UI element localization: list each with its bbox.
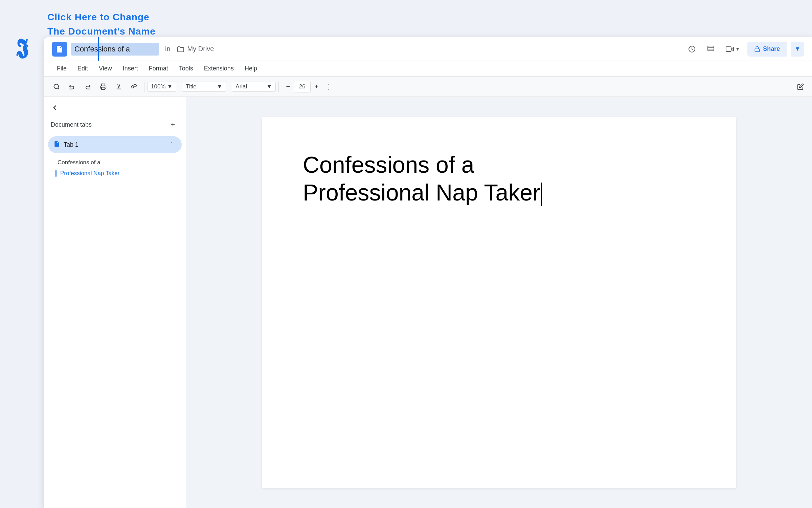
in-label: in [165, 45, 171, 53]
undo-btn[interactable] [65, 80, 79, 94]
paint-format-btn[interactable] [127, 80, 141, 94]
doc-title[interactable]: Confessions of a Professional Nap Taker [303, 151, 695, 206]
font-select[interactable]: Arial ▼ [232, 82, 276, 92]
my-drive-folder[interactable]: My Drive [177, 45, 214, 53]
tab-item-1[interactable]: Tab 1 ⋮ [48, 136, 182, 153]
font-size-increase[interactable]: + [311, 82, 321, 92]
outline-section: Confessions of a Professional Nap Taker [44, 153, 186, 183]
font-arrow: ▼ [266, 83, 272, 90]
redo-btn[interactable] [81, 80, 95, 94]
text-cursor [541, 183, 542, 206]
tab-more-btn[interactable]: ⋮ [166, 140, 176, 150]
svg-rect-11 [102, 87, 105, 89]
doc-title-line2: Professional Nap Taker [303, 179, 695, 207]
print-btn[interactable] [96, 80, 110, 94]
annotation-arrow [98, 37, 99, 61]
my-drive-label: My Drive [187, 45, 214, 53]
menu-insert[interactable]: Insert [118, 63, 143, 74]
menu-extensions[interactable]: Extensions [199, 63, 239, 74]
menu-help[interactable]: Help [240, 63, 262, 74]
share-button[interactable]: Share [747, 42, 787, 57]
menu-file[interactable]: File [52, 63, 71, 74]
toolbar-divider-4 [278, 82, 279, 92]
app-container: in My Drive [44, 37, 812, 508]
video-dropdown-arrow[interactable]: ▼ [735, 46, 740, 52]
annotation-text: Click Here to Change The Document's Name [47, 10, 156, 39]
svg-rect-8 [755, 49, 760, 51]
svg-marker-6 [731, 47, 734, 51]
sidebar-title: Document tabs [51, 121, 92, 128]
toolbar-divider-2 [179, 82, 179, 92]
main-content: Document tabs + Tab 1 ⋮ Confessions of a [44, 97, 812, 508]
zoom-arrow: ▼ [167, 83, 173, 90]
svg-rect-3 [708, 46, 714, 51]
toolbar-divider-1 [144, 82, 144, 92]
share-label: Share [763, 45, 780, 52]
menu-edit[interactable]: Edit [73, 63, 93, 74]
format-toolbar: 100% ▼ Title ▼ Arial ▼ − + ⋮ [44, 77, 812, 97]
svg-rect-7 [726, 47, 731, 51]
svg-line-10 [58, 88, 59, 89]
edit-pencil-btn[interactable] [794, 81, 807, 93]
font-size-input[interactable] [294, 81, 311, 92]
outline-item-2-text: Professional Nap Taker [60, 170, 119, 176]
toolbar-divider-3 [229, 82, 229, 92]
font-size-decrease[interactable]: − [283, 82, 293, 92]
zoom-select[interactable]: 100% ▼ [147, 82, 176, 92]
font-size-control: − + [283, 81, 321, 92]
style-arrow: ▼ [217, 83, 222, 90]
text-cursor-icon: 𝕴 [16, 34, 27, 65]
doc-icon [52, 42, 67, 57]
sidebar: Document tabs + Tab 1 ⋮ Confessions of a [44, 97, 186, 508]
spellcheck-btn[interactable] [112, 80, 126, 94]
style-select[interactable]: Title ▼ [182, 82, 226, 92]
menu-view[interactable]: View [94, 63, 117, 74]
menu-format[interactable]: Format [144, 63, 173, 74]
search-btn[interactable] [49, 80, 64, 94]
outline-item-1[interactable]: Confessions of a [51, 157, 179, 168]
sidebar-header: Document tabs + [44, 115, 186, 136]
doc-page: Confessions of a Professional Nap Taker [262, 117, 736, 488]
document-title-input[interactable] [71, 43, 159, 56]
outline-item-2[interactable]: Professional Nap Taker [51, 168, 179, 179]
share-dropdown-btn[interactable]: ▼ [791, 42, 804, 57]
sidebar-back-btn[interactable] [44, 97, 186, 115]
tab-doc-icon [53, 141, 60, 149]
menu-tools[interactable]: Tools [174, 63, 198, 74]
history-icon-btn[interactable] [684, 42, 699, 57]
comments-icon-btn[interactable] [703, 42, 718, 57]
outline-item-1-text: Confessions of a [58, 159, 100, 166]
title-bar: in My Drive [44, 37, 812, 61]
font-value: Arial [235, 83, 247, 90]
zoom-value: 100% [151, 83, 165, 90]
menu-bar: File Edit View Insert Format Tools Exten… [44, 61, 812, 77]
tab-1-label: Tab 1 [64, 141, 163, 148]
video-call-btn[interactable]: ▼ [722, 42, 743, 57]
doc-area[interactable]: Confessions of a Professional Nap Taker [186, 97, 812, 508]
sidebar-add-btn[interactable]: + [167, 119, 179, 131]
style-value: Title [186, 83, 197, 90]
more-options-btn[interactable]: ⋮ [323, 81, 335, 93]
doc-title-line1: Confessions of a [303, 151, 695, 179]
svg-point-9 [54, 84, 59, 88]
